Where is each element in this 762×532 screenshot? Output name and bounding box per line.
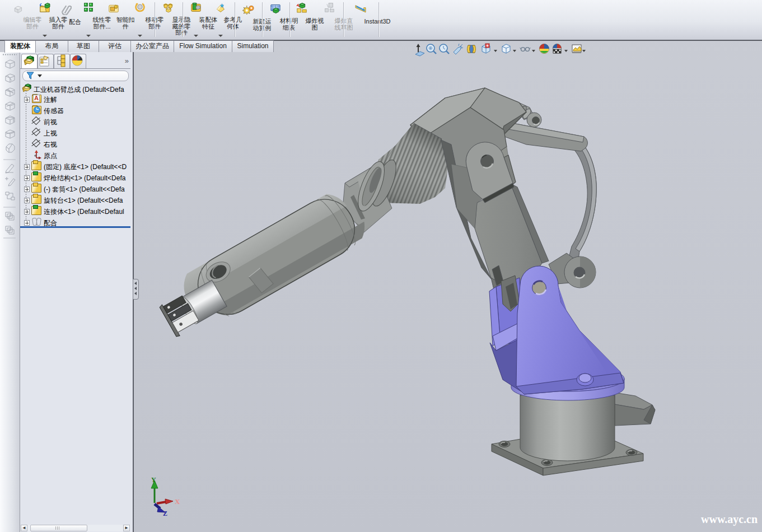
svg-text:Z: Z (163, 510, 167, 517)
svg-text:X: X (175, 497, 180, 506)
svg-text:Y: Y (151, 476, 156, 484)
